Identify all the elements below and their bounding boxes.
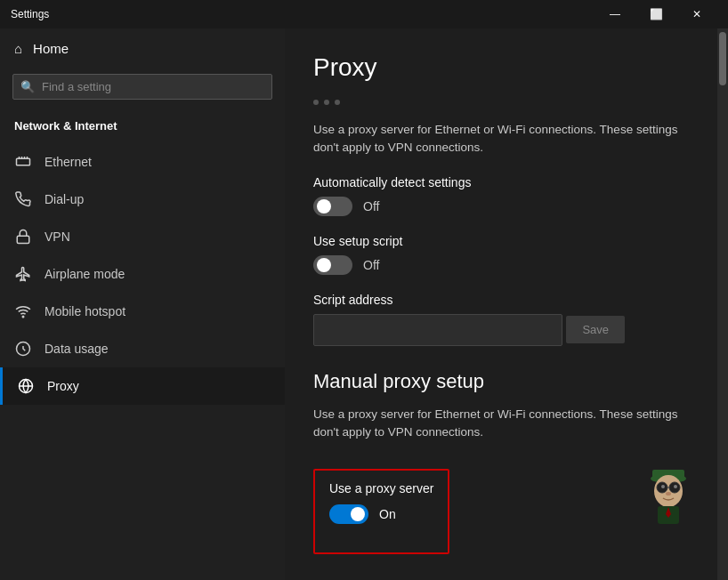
close-button[interactable]: ✕ bbox=[676, 0, 717, 28]
svg-point-15 bbox=[661, 485, 665, 488]
content-wrapper: Proxy Use a proxy server for Ethernet or… bbox=[285, 28, 728, 580]
sidebar-item-datausage[interactable]: Data usage bbox=[0, 330, 285, 367]
sidebar: ⌂ Home 🔍 Network & Internet Ethernet Dia… bbox=[0, 28, 285, 580]
sidebar-home-label: Home bbox=[33, 41, 69, 56]
dialup-label: Dial-up bbox=[44, 192, 84, 206]
use-proxy-toggle[interactable] bbox=[329, 504, 368, 524]
hotspot-label: Mobile hotspot bbox=[44, 304, 125, 318]
auto-detect-label: Automatically detect settings bbox=[313, 175, 689, 189]
script-address-input[interactable] bbox=[313, 314, 562, 346]
airplane-label: Airplane mode bbox=[44, 267, 125, 281]
auto-proxy-desc: Use a proxy server for Ethernet or Wi-Fi… bbox=[313, 121, 689, 157]
datausage-label: Data usage bbox=[44, 342, 109, 356]
maximize-button[interactable]: ⬜ bbox=[635, 0, 676, 28]
minimize-button[interactable]: — bbox=[595, 0, 635, 28]
setup-script-knob bbox=[317, 258, 331, 272]
save-button[interactable]: Save bbox=[566, 316, 625, 343]
scrollbar-track[interactable] bbox=[717, 28, 728, 580]
dot3 bbox=[335, 100, 340, 105]
sidebar-item-airplane[interactable]: Airplane mode bbox=[0, 255, 285, 293]
use-proxy-label: Use a proxy server bbox=[329, 481, 433, 495]
svg-rect-0 bbox=[17, 158, 30, 165]
sidebar-search-box[interactable]: 🔍 bbox=[12, 74, 272, 100]
content-area: Proxy Use a proxy server for Ethernet or… bbox=[285, 28, 717, 580]
manual-proxy-title: Manual proxy setup bbox=[313, 370, 689, 393]
manual-proxy-desc: Use a proxy server for Ethernet or Wi-Fi… bbox=[313, 406, 689, 442]
script-address-label: Script address bbox=[313, 293, 689, 307]
scroll-dots bbox=[313, 100, 689, 105]
dot1 bbox=[313, 100, 319, 105]
dialup-icon bbox=[14, 190, 32, 208]
watermark-character bbox=[637, 464, 700, 527]
auto-detect-knob bbox=[317, 199, 331, 213]
svg-rect-5 bbox=[17, 236, 29, 243]
datausage-icon bbox=[14, 340, 32, 358]
proxy-label: Proxy bbox=[47, 379, 79, 393]
sidebar-item-ethernet[interactable]: Ethernet bbox=[0, 143, 285, 181]
scrollbar-thumb[interactable] bbox=[719, 32, 726, 85]
spy-svg bbox=[640, 463, 698, 529]
vpn-icon bbox=[14, 228, 32, 246]
content-inner: Proxy Use a proxy server for Ethernet or… bbox=[285, 28, 717, 579]
auto-detect-toggle[interactable] bbox=[313, 197, 352, 216]
use-proxy-knob bbox=[351, 507, 365, 521]
sidebar-item-home[interactable]: ⌂ Home bbox=[0, 28, 285, 68]
setup-script-label: Use setup script bbox=[313, 234, 689, 248]
home-icon: ⌂ bbox=[14, 41, 22, 56]
sidebar-section-title: Network & Internet bbox=[0, 112, 285, 143]
ethernet-label: Ethernet bbox=[44, 155, 92, 169]
setup-script-status: Off bbox=[363, 258, 379, 272]
airplane-icon bbox=[14, 265, 32, 283]
search-input[interactable] bbox=[42, 80, 264, 93]
auto-detect-status: Off bbox=[363, 199, 379, 213]
sidebar-item-proxy[interactable]: Proxy bbox=[0, 367, 285, 405]
sidebar-item-hotspot[interactable]: Mobile hotspot bbox=[0, 293, 285, 330]
use-proxy-highlight-box: Use a proxy server On bbox=[313, 469, 449, 554]
use-proxy-status: On bbox=[379, 507, 396, 521]
search-icon: 🔍 bbox=[20, 80, 35, 93]
dot2 bbox=[324, 100, 329, 105]
svg-point-6 bbox=[22, 316, 24, 318]
setup-script-toggle-row: Off bbox=[313, 255, 689, 275]
setup-script-toggle[interactable] bbox=[313, 255, 352, 275]
sidebar-item-vpn[interactable]: VPN bbox=[0, 218, 285, 255]
svg-point-18 bbox=[666, 492, 671, 495]
window-controls: — ⬜ ✕ bbox=[595, 0, 717, 28]
app-title: Settings bbox=[11, 8, 595, 20]
sidebar-item-dialup[interactable]: Dial-up bbox=[0, 181, 285, 218]
proxy-icon bbox=[17, 377, 35, 395]
titlebar: Settings — ⬜ ✕ bbox=[0, 0, 728, 28]
svg-point-16 bbox=[674, 485, 677, 488]
ethernet-icon bbox=[14, 153, 32, 171]
auto-detect-toggle-row: Off bbox=[313, 197, 689, 216]
use-proxy-toggle-row: On bbox=[329, 504, 433, 524]
app-body: ⌂ Home 🔍 Network & Internet Ethernet Dia… bbox=[0, 28, 728, 580]
hotspot-icon bbox=[14, 302, 32, 320]
vpn-label: VPN bbox=[44, 230, 70, 244]
page-title: Proxy bbox=[313, 53, 689, 82]
